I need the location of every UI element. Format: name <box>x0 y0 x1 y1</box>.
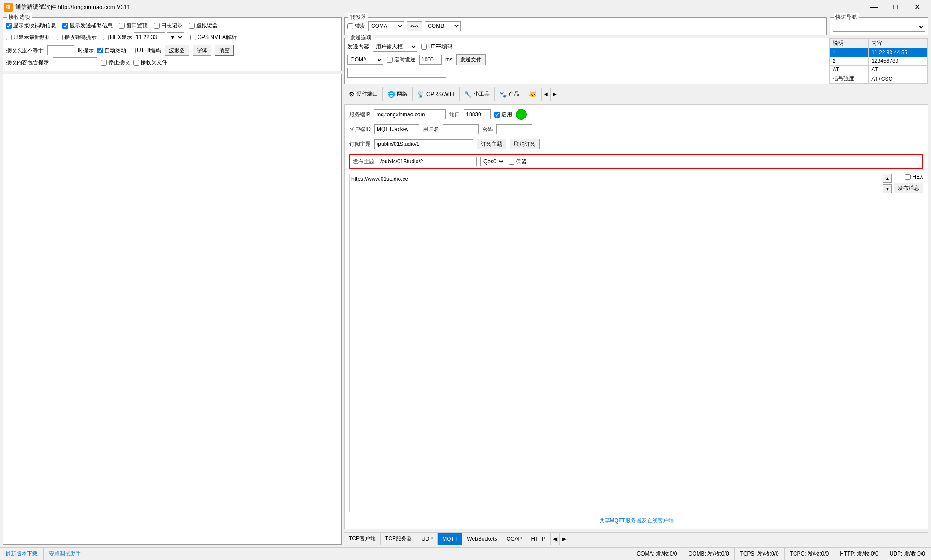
tab-gprs-label: GPRS/WIFI <box>426 91 455 97</box>
tab-hardware-port[interactable]: ⚙ 硬件端口 <box>344 87 383 101</box>
subscribe-row: 订阅主题 订阅主题 取消订阅 <box>349 139 923 149</box>
table-row[interactable]: 信号强度AT+CSQ <box>830 74 928 84</box>
stop-receive-checkbox[interactable]: 停止接收 <box>101 59 130 66</box>
password-input[interactable] <box>496 124 532 134</box>
hex-select[interactable]: ▼ <box>167 32 184 42</box>
receive-beep-checkbox[interactable]: 接收蜂鸣提示 <box>57 34 97 41</box>
send-port-select[interactable]: COMA COMB <box>347 55 383 65</box>
hex-value-input[interactable] <box>134 32 165 42</box>
title-bar-controls: — □ ✕ <box>864 0 927 14</box>
tab-prev-button[interactable]: ◀ <box>541 88 550 101</box>
quick-nav-group: 快速导航 <box>830 17 928 35</box>
status-tcps: TCPS: 发/收:0/0 <box>735 548 785 560</box>
scroll-down-button[interactable]: ▼ <box>883 184 892 193</box>
quick-nav-select[interactable] <box>833 22 925 32</box>
send-file-button[interactable]: 发送文件 <box>456 54 486 65</box>
tab-tools[interactable]: 🔧 小工具 <box>460 87 495 101</box>
download-link[interactable]: 最新版本下载 <box>0 548 44 560</box>
hex-checkbox[interactable]: HEX <box>905 174 923 180</box>
publish-button[interactable]: 发布消息 <box>894 183 923 193</box>
qos-select[interactable]: Qos0 Qos1 Qos2 <box>480 157 505 166</box>
timed-send-checkbox[interactable]: 定时发送 <box>387 56 416 64</box>
port-input[interactable] <box>464 109 491 119</box>
minimize-button[interactable]: — <box>864 0 884 14</box>
close-button[interactable]: ✕ <box>907 0 927 14</box>
bottom-tab-mqtt[interactable]: MQTT <box>438 533 462 545</box>
receive-options-row4: 接收内容包含提示 停止接收 接收为文件 <box>6 57 338 68</box>
forwarder-comb-select[interactable]: COMB COMA <box>425 21 461 31</box>
show-latest-checkbox[interactable]: 只显示最新数据 <box>6 34 51 41</box>
send-content-select[interactable]: 用户输入框 <box>373 42 417 52</box>
message-textarea[interactable]: https://www.01studio.cc <box>349 174 881 512</box>
bottom-tab-prev-button[interactable]: ◀ <box>550 533 559 545</box>
timed-interval-input[interactable] <box>419 55 442 65</box>
table-row[interactable]: ATAT <box>830 66 928 74</box>
clear-button[interactable]: 清空 <box>215 45 234 56</box>
tab-next-button[interactable]: ▶ <box>550 88 559 101</box>
publish-topic-label: 发布主题 <box>353 158 374 166</box>
client-id-label: 客户端ID <box>349 126 371 133</box>
send-row2: COMA COMB 定时发送 ms 发送文件 <box>347 54 826 65</box>
shared-mqtt-link[interactable]: 共享MQTT服务器及在线客户端 <box>349 517 923 525</box>
table-row[interactable]: 2123456789 <box>830 57 928 66</box>
android-link-text[interactable]: 安卓调试助手 <box>49 550 81 558</box>
publish-topic-input[interactable] <box>378 157 477 166</box>
tab-product[interactable]: 🐾 产品 <box>495 87 524 101</box>
forward-arrow-button[interactable]: <--> <box>407 21 422 31</box>
shared-link-text: 共享MQTT服务器及在线客户端 <box>599 517 674 524</box>
forward-checkbox[interactable]: 转发 <box>347 22 365 30</box>
waveform-button[interactable]: 波形图 <box>165 45 189 56</box>
contains-hint-input[interactable] <box>53 57 97 67</box>
forwarder-coma-select[interactable]: COMA COMB <box>368 21 404 31</box>
auto-scroll-checkbox[interactable]: 自动滚动 <box>97 47 126 54</box>
enable-checkbox[interactable]: 启用 <box>494 111 512 118</box>
receive-options-row2: 只显示最新数据 接收蜂鸣提示 HEX显示 ▼ GPS NMEA解析 <box>6 31 338 44</box>
subscribe-button[interactable]: 订阅主题 <box>477 139 506 149</box>
app-icon: 猫 <box>4 3 13 12</box>
message-scrollbar: ▲ ▼ <box>883 174 892 512</box>
status-tcpc: TCPC: 发/收:0/0 <box>785 548 835 560</box>
tab-gprs[interactable]: 📡 GPRS/WIFI <box>413 87 460 101</box>
tab-network[interactable]: 🌐 网络 <box>383 87 413 101</box>
connection-status-indicator <box>516 109 527 120</box>
bottom-tab-tcp-client[interactable]: TCP客户端 <box>344 533 381 545</box>
send-input-area <box>347 68 826 78</box>
hex-display-checkbox[interactable]: HEX显示 <box>103 34 132 41</box>
utf8-encode-checkbox[interactable]: UTF8编码 <box>130 47 161 54</box>
bottom-tab-next-button[interactable]: ▶ <box>559 533 568 545</box>
show-send-helper-checkbox[interactable]: 显示发送辅助信息 <box>62 22 113 30</box>
hex-display-group: HEX显示 ▼ <box>103 32 184 42</box>
status-comb: COMB: 发/收:0/0 <box>683 548 735 560</box>
send-text-input[interactable] <box>347 68 446 78</box>
bottom-tab-coap[interactable]: COAP <box>502 533 527 545</box>
virtual-keyboard-checkbox[interactable]: 虚拟键盘 <box>189 22 218 30</box>
bottom-tab-udp[interactable]: UDP <box>417 533 438 545</box>
bottom-tab-websockets[interactable]: WebSockets <box>462 533 502 545</box>
subscribe-topic-input[interactable] <box>374 139 473 149</box>
tools-icon: 🔧 <box>464 91 472 98</box>
tab-cat[interactable]: 🐱 <box>524 87 541 101</box>
client-id-input[interactable] <box>374 124 419 134</box>
log-record-checkbox[interactable]: 日志记录 <box>154 22 183 30</box>
show-receive-helper-checkbox[interactable]: 显示接收辅助信息 <box>6 22 56 30</box>
bottom-tab-http[interactable]: HTTP <box>527 533 550 545</box>
server-ip-input[interactable] <box>374 109 446 119</box>
send-utf8-checkbox[interactable]: UTF8编码 <box>421 43 452 51</box>
save-file-checkbox[interactable]: 接收为文件 <box>133 59 167 66</box>
window-top-checkbox[interactable]: 窗口置顶 <box>119 22 148 30</box>
gps-nmea-checkbox[interactable]: GPS NMEA解析 <box>190 34 237 41</box>
retain-checkbox[interactable]: 保留 <box>509 158 527 166</box>
table-row[interactable]: 111 22 33 44 55 <box>830 48 928 57</box>
scroll-up-button[interactable]: ▲ <box>883 174 892 183</box>
unsubscribe-button[interactable]: 取消订阅 <box>510 139 540 149</box>
font-button[interactable]: 字体 <box>193 45 211 56</box>
username-input[interactable] <box>443 124 479 134</box>
length-input[interactable] <box>47 45 74 55</box>
send-table: 说明 内容 111 22 33 44 552123456789ATAT信号强度A… <box>830 38 928 84</box>
bottom-tab-tcp-server[interactable]: TCP服务器 <box>381 533 417 545</box>
receive-options-title: 接收选项 <box>7 13 32 21</box>
maximize-button[interactable]: □ <box>885 0 906 14</box>
receive-area <box>3 74 342 545</box>
send-options-group: 发送选项 发送内容 用户输入框 UTF8编码 COMA COMB <box>344 38 928 84</box>
username-label: 用户名 <box>423 126 439 133</box>
